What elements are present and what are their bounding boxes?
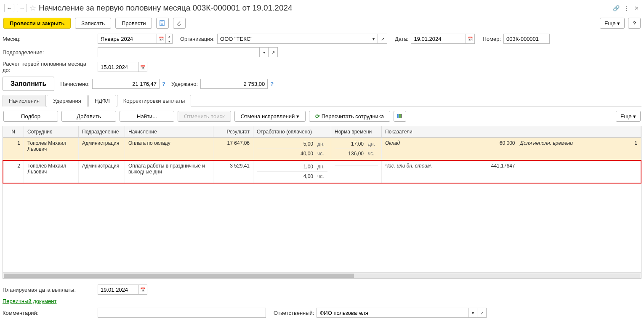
nav-forward[interactable]: → [17,4,27,12]
horizontal-scrollbar[interactable] [3,272,641,278]
kebab-icon[interactable]: ⋮ [623,5,630,11]
plan-date-calendar-icon[interactable]: 📅 [138,285,147,295]
close-icon[interactable]: ✕ [633,5,640,11]
org-label: Организация: [180,36,215,42]
tab-withholdings[interactable]: Удержания [47,95,88,106]
cancel-search-button[interactable]: Отменить поиск [178,111,231,122]
col-dept[interactable]: Подразделение [79,126,125,137]
col-work[interactable]: Отработано (оплачено) [253,126,331,137]
add-button[interactable]: Добавить [61,111,116,122]
dept-open-icon[interactable]: ↗ [269,47,278,57]
recalc-button[interactable]: ⟳ Пересчитать сотрудника [309,111,390,122]
columns-icon-button[interactable] [394,111,406,122]
refresh-icon: ⟳ [315,113,320,120]
tab-corrections[interactable]: Корректировки выплаты [117,95,192,106]
fill-button[interactable]: Заполнить [3,77,54,91]
date-calendar-icon[interactable]: 📅 [466,34,475,44]
post-and-close-button[interactable]: Провести и закрыть [3,18,71,29]
link-icon[interactable]: 🔗 [613,5,620,11]
accruals-grid: N Сотрудник Подразделение Начисление Рез… [3,126,641,279]
col-emp[interactable]: Сотрудник [24,126,79,137]
calc-until-input[interactable] [98,62,138,72]
withheld-label: Удержано: [171,81,198,87]
comment-label: Комментарий: [3,310,95,316]
save-button[interactable]: Записать [75,18,111,29]
responsible-dropdown-icon[interactable]: ▾ [468,308,477,318]
withheld-input[interactable] [200,79,268,89]
date-label: Дата: [395,36,408,42]
month-down[interactable]: ▼ [166,39,173,44]
table-row[interactable]: 1 Тополев Михаил Львович Администрация О… [3,138,641,160]
month-up[interactable]: ▲ [166,34,173,39]
number-label: Номер: [482,36,501,42]
favorite-icon[interactable]: ☆ [29,3,36,13]
dept-input[interactable] [98,47,259,57]
find-button[interactable]: Найти... [120,111,174,122]
tab-more-button[interactable]: Еще ▾ [616,111,641,122]
accrued-help-icon[interactable]: ? [162,81,165,87]
accrued-label: Начислено: [60,81,90,87]
tab-ndfl[interactable]: НДФЛ [88,95,116,106]
svg-rect-4 [397,114,399,118]
responsible-label: Ответственный: [274,310,314,316]
calc-until-label: Расчет первой половины месяца до: [3,61,95,73]
paperclip-icon [176,20,182,26]
plan-date-label: Планируемая дата выплаты: [3,287,95,293]
svg-rect-5 [399,114,401,118]
post-button[interactable]: Провести [115,18,152,29]
col-res[interactable]: Результат [213,126,253,137]
org-dropdown-icon[interactable]: ▾ [369,34,378,44]
cancel-fix-button[interactable]: Отмена исправлений ▾ [234,111,306,122]
responsible-open-icon[interactable]: ↗ [477,308,487,318]
date-input[interactable] [411,34,466,44]
withheld-help-icon[interactable]: ? [270,81,274,87]
report-icon-button[interactable] [156,18,169,29]
attach-icon-button[interactable] [173,18,186,29]
org-open-icon[interactable]: ↗ [378,34,387,44]
col-n[interactable]: N [3,126,24,137]
pick-button[interactable]: Подбор [3,111,58,122]
month-label: Месяц: [3,36,95,42]
responsible-input[interactable] [317,308,468,318]
svg-rect-6 [401,114,402,118]
nav-back[interactable]: ← [4,4,14,12]
columns-icon [397,113,402,119]
comment-input[interactable] [98,308,266,318]
number-input[interactable] [503,34,550,44]
month-input[interactable] [98,34,157,44]
window-title: Начисление за первую половину месяца 003… [39,3,293,13]
dept-label: Подразделение: [3,49,95,56]
col-ind[interactable]: Показатели [382,126,641,137]
month-calendar-icon[interactable]: 📅 [157,34,166,44]
report-icon [159,20,165,26]
calc-until-calendar-icon[interactable]: 📅 [138,62,147,72]
org-input[interactable] [217,34,369,44]
plan-date-input[interactable] [98,285,138,295]
table-row[interactable]: 2 Тополев Михаил Львович Администрация О… [3,160,641,183]
help-button[interactable]: ? [628,18,641,29]
col-norm[interactable]: Норма времени [331,126,382,137]
accrued-input[interactable] [92,79,160,89]
col-calc[interactable]: Начисление [125,126,213,137]
dept-dropdown-icon[interactable]: ▾ [259,47,269,57]
primary-document-link[interactable]: Первичный документ [3,298,56,304]
tab-accruals[interactable]: Начисления [3,95,46,106]
more-button[interactable]: Еще ▾ [600,18,625,29]
